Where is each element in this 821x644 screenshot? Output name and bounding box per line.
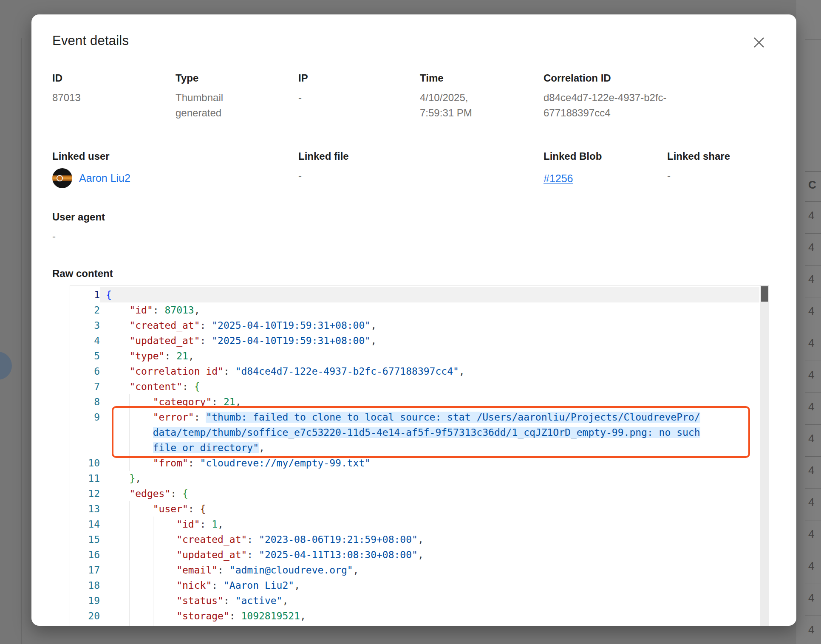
code-line: 3"created_at": "2025-04-10T19:59:31+08:0… <box>70 318 759 333</box>
line-number: 2 <box>70 302 100 318</box>
field-type-value: Thumbnail generated <box>176 90 252 121</box>
background-table-cell: 4 <box>808 591 814 604</box>
code-line: 7"content": { <box>70 379 759 394</box>
code-text: "id": 1, <box>100 517 759 532</box>
line-number: 15 <box>70 532 100 547</box>
dialog-title: Event details <box>52 33 129 48</box>
code-text: "status": "active", <box>100 593 759 608</box>
user-agent-value: - <box>52 230 56 242</box>
background-table-cell: 4 <box>808 559 814 573</box>
linked-share-value: - <box>667 168 773 184</box>
linked-user-link[interactable]: Aaron Liu2 <box>79 172 130 184</box>
background-table-row-divider <box>805 40 821 40</box>
line-number: 10 <box>70 455 100 471</box>
background-floating-button <box>0 352 12 380</box>
background-table-row-divider <box>805 233 821 234</box>
line-number: 16 <box>70 547 100 562</box>
raw-content-label: Raw content <box>52 268 113 280</box>
background-table-fragment: C 44444444444444 <box>796 0 821 644</box>
user-avatar <box>52 168 72 188</box>
line-number: 19 <box>70 593 100 608</box>
field-ip-value: - <box>298 90 405 105</box>
line-number: 13 <box>70 501 100 517</box>
line-number <box>70 440 100 455</box>
code-text: { <box>100 287 759 302</box>
line-number: 11 <box>70 471 100 486</box>
code-line: 17"email": "admin@cloudreve.org", <box>70 562 759 578</box>
background-table-cell: 4 <box>808 305 814 318</box>
event-details-dialog: Event details ID 87013 Type Thumbnail ge… <box>31 14 796 626</box>
background-table-cell: 4 <box>808 209 814 222</box>
line-number: 6 <box>70 364 100 379</box>
code-line: 15"created_at": "2023-08-06T19:21:59+08:… <box>70 532 759 547</box>
code-text: "edges": { <box>100 486 759 501</box>
field-time: Time 4/10/2025, 7:59:31 PM <box>420 72 492 121</box>
field-time-label: Time <box>420 72 492 84</box>
code-text: "created_at": "2023-08-06T19:21:59+08:00… <box>100 532 759 547</box>
code-line: 20"storage": 1092819521, <box>70 608 759 624</box>
code-text: "type": 21, <box>100 348 759 364</box>
line-number: 18 <box>70 578 100 593</box>
line-number: 8 <box>70 394 100 410</box>
field-id-value: 87013 <box>52 90 159 105</box>
background-table-cell: 4 <box>808 623 814 636</box>
background-table-row-divider <box>805 616 821 616</box>
linked-file-value: - <box>298 168 405 184</box>
background-table-row-divider <box>805 393 821 393</box>
background-table-row-divider <box>805 488 821 489</box>
background-card-edge <box>21 38 22 644</box>
field-type: Type Thumbnail generated <box>176 72 252 121</box>
close-button[interactable] <box>749 32 769 53</box>
field-id-label: ID <box>52 72 159 84</box>
linked-file-label: Linked file <box>298 150 405 162</box>
background-table-row-divider <box>805 297 821 297</box>
field-linked-share: Linked share - <box>667 150 773 184</box>
editor-scrollbar-thumb[interactable] <box>761 286 768 302</box>
code-text: "nick": "Aaron Liu2", <box>100 578 759 593</box>
field-time-value: 4/10/2025, 7:59:31 PM <box>420 90 492 121</box>
code-text: file or directory", <box>100 440 759 455</box>
field-linked-file: Linked file - <box>298 150 405 184</box>
background-table-cell: 4 <box>808 273 814 286</box>
code-text: "correlation_id": "d84ce4d7-122e-4937-b2… <box>100 364 759 379</box>
code-line: 11}, <box>70 471 759 486</box>
code-line: 19"status": "active", <box>70 593 759 608</box>
code-line: 5"type": 21, <box>70 348 759 364</box>
field-type-label: Type <box>176 72 252 84</box>
code-line: 12"edges": { <box>70 486 759 501</box>
line-number: 20 <box>70 608 100 624</box>
code-text: data/temp/thumb/soffice_e7c53220-11d5-4e… <box>100 425 759 440</box>
line-number: 21 <box>70 624 100 626</box>
background-table-row-divider <box>805 361 821 361</box>
field-correlation-id-value: d84ce4d7-122e-4937-b2fc-677188397cc4 <box>544 90 673 121</box>
line-number: 14 <box>70 517 100 532</box>
code-line: 14"id": 1, <box>70 517 759 532</box>
background-table-cell: 4 <box>808 368 814 381</box>
field-correlation-id: Correlation ID d84ce4d7-122e-4937-b2fc-6… <box>544 72 673 121</box>
field-ip: IP - <box>298 72 405 105</box>
line-number: 5 <box>70 348 100 364</box>
user-agent-label: User agent <box>52 211 105 223</box>
line-number: 4 <box>70 333 100 348</box>
code-line: data/temp/thumb/soffice_e7c53220-11d5-4e… <box>70 425 759 440</box>
code-text: "storage": 1092819521, <box>100 608 759 624</box>
code-line: 4"updated_at": "2025-04-10T19:59:31+08:0… <box>70 333 759 348</box>
background-table-cell: 4 <box>808 400 814 413</box>
code-line: 9"error": "thumb: failed to clone to loc… <box>70 410 759 425</box>
background-table-cell: 4 <box>808 496 814 509</box>
editor-scrollbar[interactable] <box>760 285 769 626</box>
code-text: "from": "cloudreve://my/empty-99.txt" <box>100 455 759 471</box>
background-table-cell: 4 <box>808 241 814 254</box>
linked-user-label: Linked user <box>52 150 159 162</box>
code-line: 1{ <box>70 287 759 302</box>
code-line: 8"category": 21, <box>70 394 759 410</box>
raw-content-code-editor[interactable]: 1{2"id": 87013,3"created_at": "2025-04-1… <box>70 285 769 626</box>
field-id: ID 87013 <box>52 72 159 105</box>
line-number: 9 <box>70 410 100 425</box>
background-table-column-header: C <box>808 178 816 192</box>
background-table-cell: 4 <box>808 432 814 445</box>
background-table-cell: 4 <box>808 528 814 541</box>
line-number: 17 <box>70 562 100 578</box>
background-table-row-divider <box>805 265 821 266</box>
linked-blob-link[interactable]: #1256 <box>544 172 573 185</box>
